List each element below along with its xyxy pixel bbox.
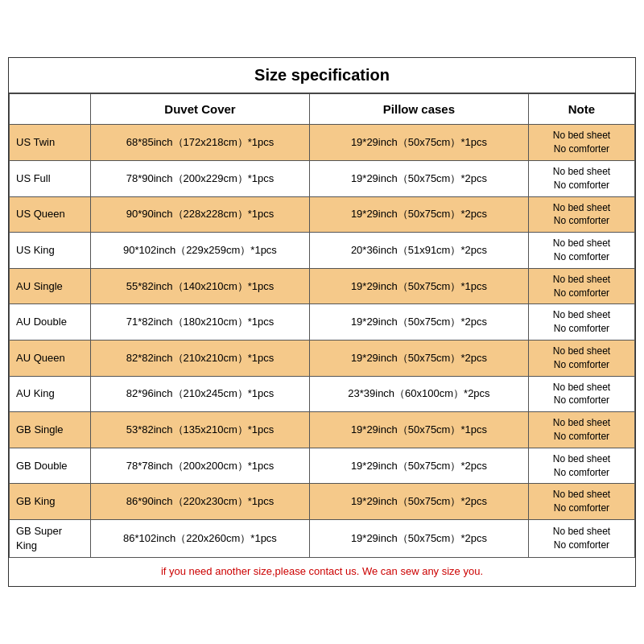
pillow-cases-cell: 19*29inch（50x75cm）*1pcs — [309, 125, 528, 161]
pillow-cases-cell: 19*29inch（50x75cm）*2pcs — [309, 448, 528, 484]
duvet-cover-cell: 71*82inch（180x210cm）*1pcs — [91, 304, 310, 341]
note-cell: No bed sheetNo comforter — [528, 484, 634, 520]
table-row: GB Super King86*102inch（220x260cm）*1pcs1… — [10, 519, 635, 557]
note-cell: No bed sheetNo comforter — [528, 268, 634, 304]
pillow-cases-cell: 19*29inch（50x75cm）*2pcs — [309, 161, 528, 197]
table-row: US Twin68*85inch（172x218cm）*1pcs19*29inc… — [10, 125, 635, 161]
duvet-cover-cell: 78*78inch（200x200cm）*1pcs — [91, 448, 310, 484]
table-row: GB Single53*82inch（135x210cm）*1pcs19*29i… — [10, 412, 635, 448]
header-size — [10, 94, 91, 125]
header-duvet: Duvet Cover — [91, 94, 310, 125]
header-pillow: Pillow cases — [309, 94, 528, 125]
footer-text: if you need another size,please contact … — [10, 558, 635, 586]
size-name-cell: GB Single — [10, 412, 91, 448]
duvet-cover-cell: 90*102inch（229x259cm）*1pcs — [91, 233, 310, 269]
duvet-cover-cell: 90*90inch（228x228cm）*1pcs — [91, 196, 310, 233]
size-name-cell: US Queen — [10, 196, 91, 233]
duvet-cover-cell: 68*85inch（172x218cm）*1pcs — [91, 125, 310, 161]
duvet-cover-cell: 53*82inch（135x210cm）*1pcs — [91, 412, 310, 448]
size-name-cell: AU Queen — [10, 341, 91, 377]
duvet-cover-cell: 86*90inch（220x230cm）*1pcs — [91, 484, 310, 520]
pillow-cases-cell: 19*29inch（50x75cm）*2pcs — [309, 304, 528, 341]
pillow-cases-cell: 23*39inch（60x100cm）*2pcs — [309, 376, 528, 412]
size-name-cell: GB King — [10, 484, 91, 520]
pillow-cases-cell: 20*36inch（51x91cm）*2pcs — [309, 233, 528, 269]
table-row: AU King82*96inch（210x245cm）*1pcs23*39inc… — [10, 376, 635, 412]
duvet-cover-cell: 78*90inch（200x229cm）*1pcs — [91, 161, 310, 197]
table-row: US King90*102inch（229x259cm）*1pcs20*36in… — [10, 233, 635, 269]
size-name-cell: US Twin — [10, 125, 91, 161]
size-name-cell: GB Double — [10, 448, 91, 484]
pillow-cases-cell: 19*29inch（50x75cm）*1pcs — [309, 412, 528, 448]
note-cell: No bed sheetNo comforter — [528, 196, 634, 233]
duvet-cover-cell: 55*82inch（140x210cm）*1pcs — [91, 268, 310, 304]
note-cell: No bed sheetNo comforter — [528, 233, 634, 269]
table-row: GB Double78*78inch（200x200cm）*1pcs19*29i… — [10, 448, 635, 484]
table-row: AU Double71*82inch（180x210cm）*1pcs19*29i… — [10, 304, 635, 341]
pillow-cases-cell: 19*29inch（50x75cm）*2pcs — [309, 519, 528, 557]
size-name-cell: US King — [10, 233, 91, 269]
note-cell: No bed sheetNo comforter — [528, 341, 634, 377]
header-note: Note — [528, 94, 634, 125]
table-row: AU Queen82*82inch（210x210cm）*1pcs19*29in… — [10, 341, 635, 377]
duvet-cover-cell: 82*96inch（210x245cm）*1pcs — [91, 376, 310, 412]
size-name-cell: AU King — [10, 376, 91, 412]
pillow-cases-cell: 19*29inch（50x75cm）*1pcs — [309, 268, 528, 304]
table-row: GB King86*90inch（220x230cm）*1pcs19*29inc… — [10, 484, 635, 520]
note-cell: No bed sheetNo comforter — [528, 125, 634, 161]
size-name-cell: AU Single — [10, 268, 91, 304]
size-name-cell: US Full — [10, 161, 91, 197]
pillow-cases-cell: 19*29inch（50x75cm）*2pcs — [309, 196, 528, 233]
pillow-cases-cell: 19*29inch（50x75cm）*2pcs — [309, 484, 528, 520]
table-row: US Queen90*90inch（228x228cm）*1pcs19*29in… — [10, 196, 635, 233]
table-row: AU Single55*82inch（140x210cm）*1pcs19*29i… — [10, 268, 635, 304]
pillow-cases-cell: 19*29inch（50x75cm）*2pcs — [309, 341, 528, 377]
duvet-cover-cell: 82*82inch（210x210cm）*1pcs — [91, 341, 310, 377]
note-cell: No bed sheetNo comforter — [528, 161, 634, 197]
table-row: US Full78*90inch（200x229cm）*1pcs19*29inc… — [10, 161, 635, 197]
note-cell: No bed sheetNo comforter — [528, 304, 634, 341]
note-cell: No bed sheetNo comforter — [528, 376, 634, 412]
size-name-cell: AU Double — [10, 304, 91, 341]
note-cell: No bed sheetNo comforter — [528, 519, 634, 557]
duvet-cover-cell: 86*102inch（220x260cm）*1pcs — [91, 519, 310, 557]
note-cell: No bed sheetNo comforter — [528, 448, 634, 484]
note-cell: No bed sheetNo comforter — [528, 412, 634, 448]
size-specification-table: Size specification Duvet Cover Pillow ca… — [8, 57, 636, 586]
size-name-cell: GB Super King — [10, 519, 91, 557]
table-title: Size specification — [9, 58, 635, 93]
